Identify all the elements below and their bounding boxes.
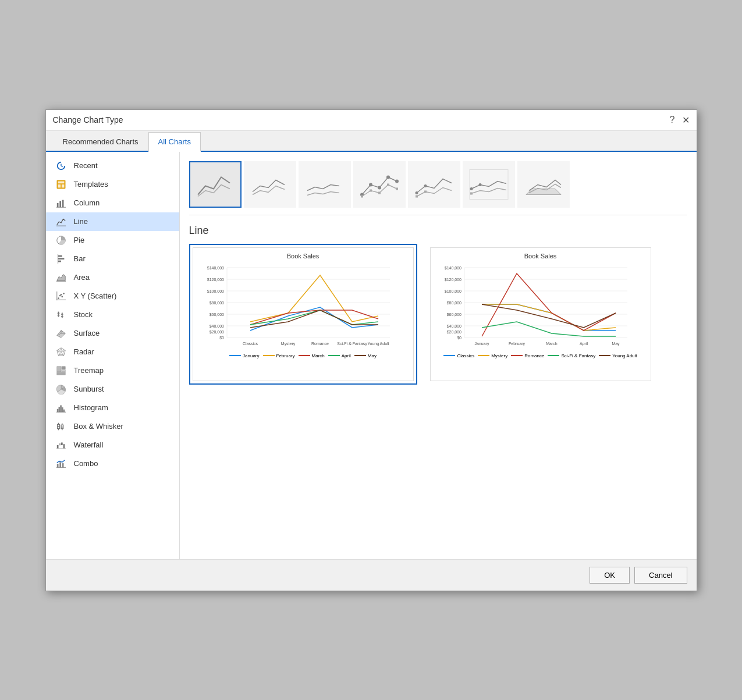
sidebar-item-waterfall[interactable]: Waterfall [46, 436, 179, 454]
sidebar-item-area[interactable]: Area [46, 268, 179, 287]
sidebar-label-waterfall: Waterfall [74, 440, 104, 449]
column-icon [55, 197, 67, 209]
svg-rect-73 [361, 195, 363, 197]
chart-2-title: Book Sales [435, 253, 646, 260]
sidebar-item-templates[interactable]: Templates [46, 175, 179, 194]
svg-point-79 [424, 184, 427, 187]
svg-text:$40,000: $40,000 [446, 324, 461, 328]
svg-point-18 [61, 296, 63, 297]
svg-rect-49 [63, 409, 65, 412]
subtype-line[interactable] [189, 161, 242, 208]
svg-rect-11 [58, 258, 64, 260]
sidebar-item-scatter[interactable]: X Y (Scatter) [46, 287, 179, 305]
bar-icon [55, 253, 67, 265]
svg-rect-1 [58, 181, 64, 183]
section-title: Line [189, 225, 687, 237]
chart-preview-1[interactable]: Book Sales $140,000 [189, 244, 417, 385]
sidebar-item-surface[interactable]: Surface [46, 324, 179, 343]
svg-text:$80,000: $80,000 [446, 301, 461, 305]
subtype-stacked-line-markers[interactable] [408, 161, 460, 208]
sidebar: Recent Templates [46, 152, 180, 559]
subtype-line-markers[interactable] [353, 161, 406, 208]
sidebar-label-surface: Surface [74, 329, 100, 337]
cancel-button[interactable]: Cancel [634, 567, 687, 584]
title-bar: Change Chart Type ? ✕ [46, 110, 697, 131]
help-button[interactable]: ? [670, 115, 675, 125]
svg-rect-45 [56, 408, 58, 411]
chart-2-legend: Classics Mystery Romance Sci-Fi & Fantas… [435, 353, 646, 358]
dialog-footer: OK Cancel [46, 559, 697, 591]
sidebar-label-stock: Stock [74, 310, 93, 319]
content-area: Recent Templates [46, 152, 697, 559]
chart-1-container: Book Sales $140,000 [193, 247, 414, 381]
svg-text:Classics: Classics [242, 342, 258, 346]
svg-text:$60,000: $60,000 [446, 312, 461, 317]
sidebar-label-histogram: Histogram [74, 403, 108, 412]
svg-text:May: May [612, 342, 620, 346]
sidebar-label-scatter: X Y (Scatter) [74, 292, 117, 300]
svg-rect-47 [60, 405, 62, 412]
svg-point-78 [415, 191, 418, 194]
svg-text:Young Adult: Young Adult [367, 342, 389, 346]
radar-icon [55, 346, 67, 358]
sidebar-item-combo[interactable]: Combo [46, 454, 179, 473]
sidebar-item-stock[interactable]: Stock [46, 305, 179, 324]
svg-rect-64 [56, 464, 58, 467]
sidebar-item-column[interactable]: Column [46, 194, 179, 212]
sidebar-label-area: Area [74, 273, 90, 282]
sidebar-item-histogram[interactable]: Histogram [46, 399, 179, 417]
svg-rect-82 [470, 169, 508, 199]
sidebar-label-sunburst: Sunburst [74, 385, 104, 393]
svg-text:$140,000: $140,000 [207, 266, 223, 270]
sidebar-item-treemap[interactable]: Treemap [46, 361, 179, 380]
svg-text:Mystery: Mystery [281, 342, 295, 346]
templates-icon [55, 179, 67, 190]
treemap-icon [55, 365, 67, 376]
svg-rect-77 [396, 187, 398, 190]
svg-text:Sci-Fi & Fantasy: Sci-Fi & Fantasy [337, 342, 367, 346]
svg-rect-75 [378, 191, 381, 194]
subtype-100-stacked-line[interactable] [299, 161, 351, 208]
svg-rect-41 [61, 366, 65, 369]
sidebar-item-line[interactable]: Line [46, 212, 179, 231]
close-button[interactable]: ✕ [682, 115, 690, 126]
tabs-row: Recommended Charts All Charts [46, 131, 697, 152]
svg-text:$120,000: $120,000 [207, 278, 223, 282]
sidebar-item-radar[interactable]: Radar [46, 343, 179, 361]
subtype-100-stacked-line-markers[interactable] [463, 161, 515, 208]
sidebar-item-boxwhisker[interactable]: Box & Whisker [46, 417, 179, 436]
svg-text:April: April [579, 342, 587, 346]
svg-rect-48 [61, 407, 63, 412]
sidebar-item-pie[interactable]: Pie [46, 231, 179, 250]
svg-rect-85 [470, 192, 473, 194]
sidebar-item-bar[interactable]: Bar [46, 250, 179, 268]
svg-rect-12 [58, 260, 61, 262]
svg-rect-6 [62, 200, 63, 207]
charts-preview: Book Sales $140,000 [189, 244, 687, 385]
svg-rect-40 [56, 366, 61, 371]
chart-subtypes-row [189, 161, 687, 215]
svg-rect-60 [59, 443, 61, 445]
combo-icon [55, 458, 67, 470]
sidebar-label-line: Line [74, 217, 88, 226]
sidebar-label-column: Column [74, 198, 100, 207]
svg-point-19 [63, 293, 65, 294]
chart-preview-2[interactable]: Book Sales $140,000 [427, 244, 655, 385]
svg-text:$120,000: $120,000 [444, 278, 461, 282]
svg-text:$20,000: $20,000 [209, 330, 223, 334]
chart-2-container: Book Sales $140,000 [430, 247, 651, 381]
tab-recommended-charts[interactable]: Recommended Charts [53, 132, 148, 152]
svg-rect-43 [56, 372, 65, 375]
surface-icon [55, 328, 67, 339]
sidebar-item-sunburst[interactable]: Sunburst [46, 380, 179, 399]
subtype-stacked-line[interactable] [244, 161, 296, 208]
subtype-3d-line[interactable] [517, 161, 570, 208]
chart-1-legend: January February March April May [198, 353, 409, 358]
sidebar-label-templates: Templates [74, 180, 108, 189]
sidebar-item-recent[interactable]: Recent [46, 157, 179, 175]
svg-text:$80,000: $80,000 [209, 301, 223, 305]
area-icon [55, 272, 67, 283]
ok-button[interactable]: OK [590, 567, 630, 584]
waterfall-icon [55, 439, 67, 451]
tab-all-charts[interactable]: All Charts [148, 132, 201, 152]
